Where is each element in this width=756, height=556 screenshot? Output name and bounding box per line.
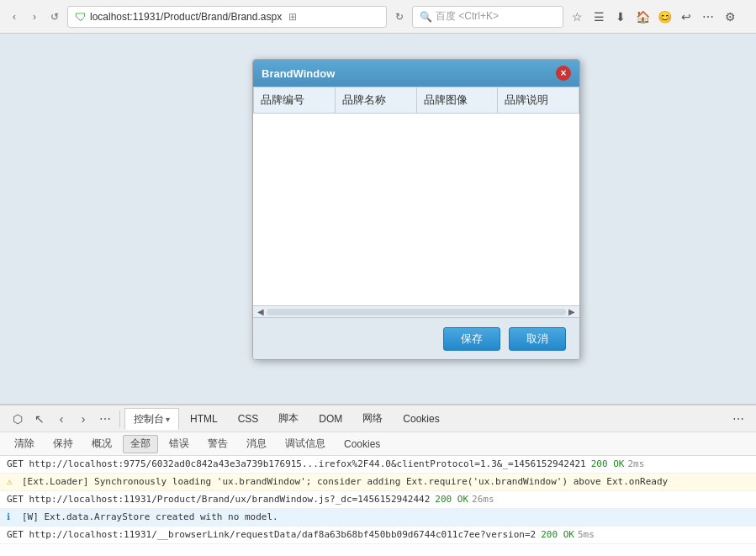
log-5-text: GET http://localhost:11931/__browserLink… [7, 528, 536, 542]
filter-cookies-button[interactable]: Cookies [336, 435, 388, 453]
modal-header: BrandWindow × [253, 60, 579, 87]
tab-css[interactable]: CSS [229, 408, 268, 430]
log-1-time: 2ms [628, 458, 645, 471]
bookmark-icon[interactable]: ☆ [568, 8, 585, 25]
modal-table-area[interactable]: 品牌编号 品牌名称 品牌图像 品牌说明 [253, 87, 579, 305]
scroll-left-button[interactable]: ◀ [255, 306, 267, 318]
devtools-toolbar: ⬡ ↖ ‹ › ⋯ 控制台 ▾ HTML CSS 脚本 DOM 网络 Cooki… [0, 405, 756, 432]
info-icon-1: ℹ [7, 511, 19, 524]
devtools-forward-button[interactable]: › [72, 408, 94, 430]
page-area: BrandWindow × 品牌编号 品牌名称 品牌图像 品牌说明 [0, 34, 756, 404]
cancel-button[interactable]: 取消 [509, 327, 566, 351]
tab-console[interactable]: 控制台 ▾ [124, 408, 179, 430]
filter-persist-button[interactable]: 保持 [45, 435, 81, 453]
nav-back-button[interactable]: ‹ [7, 9, 22, 24]
filter-messages-button[interactable]: 消息 [239, 435, 274, 453]
devtools-inspect-button[interactable]: ⬡ [7, 408, 29, 430]
log-1-text: GET http://localhost:9775/6032ad0c842a43… [7, 458, 586, 471]
search-icon: 🔍 [420, 11, 432, 23]
home-icon[interactable]: 🏠 [634, 8, 651, 25]
more-icon[interactable]: ⋯ [700, 8, 716, 25]
table-header-row: 品牌编号 品牌名称 品牌图像 品牌说明 [254, 87, 579, 114]
browser-toolbar: ‹ › ↺ 🛡 localhost:11931/Product/Brand/Br… [0, 0, 756, 34]
devtools-step-button[interactable]: ⋯ [94, 408, 116, 430]
log-3-status: 200 OK [435, 493, 468, 506]
settings-icon[interactable]: ⚙ [722, 8, 738, 25]
filter-clear-button[interactable]: 清除 [7, 435, 42, 453]
col-brand-number: 品牌编号 [254, 87, 336, 114]
url-bar[interactable]: 🛡 localhost:11931/Product/Brand/Brand.as… [67, 6, 387, 28]
devtools-filter-bar: 清除 保持 概况 全部 错误 警告 消息 调试信息 Cookies [0, 432, 756, 456]
tab-network-label: 网络 [362, 411, 383, 426]
devtools-console-content: GET http://localhost:9775/6032ad0c842a43… [0, 456, 756, 556]
filter-warnings-button[interactable]: 警告 [200, 435, 235, 453]
modal-title: BrandWindow [262, 67, 335, 80]
filter-all-button[interactable]: 全部 [123, 435, 158, 453]
log-line-3: GET http://localhost:11931/Product/Brand… [0, 491, 756, 509]
log-1-status: 200 OK [591, 458, 625, 471]
log-line-4: ℹ [W] Ext.data.ArrayStore created with n… [0, 509, 756, 527]
log-3-time: 26ms [472, 493, 494, 506]
log-3-text: GET http://localhost:11931/Product/Brand… [7, 493, 430, 506]
back-icon[interactable]: ↩ [678, 8, 695, 25]
devtools-back-button[interactable]: ‹ [50, 408, 72, 430]
horizontal-scrollbar[interactable]: ◀ ▶ [253, 305, 579, 317]
grid-icon: ⊞ [288, 11, 297, 23]
user-icon[interactable]: 😊 [656, 8, 673, 25]
col-brand-desc: 品牌说明 [498, 87, 579, 114]
filter-errors-button[interactable]: 错误 [161, 435, 197, 453]
search-bar[interactable]: 🔍 百度 <Ctrl+K> [412, 6, 563, 28]
shield-icon: 🛡 [75, 10, 87, 24]
log-5-time: 5ms [578, 528, 595, 542]
devtools-pick-button[interactable]: ↖ [29, 408, 50, 430]
modal-close-button[interactable]: × [556, 66, 571, 81]
col-brand-image: 品牌图像 [416, 87, 498, 114]
tab-cookies-label: Cookies [403, 413, 439, 425]
nav-refresh-button[interactable]: ↺ [47, 9, 62, 24]
save-button[interactable]: 保存 [443, 327, 500, 351]
log-line-1: GET http://localhost:9775/6032ad0c842a43… [0, 456, 756, 474]
devtools-more-button[interactable]: ⋯ [727, 408, 749, 430]
tab-console-label: 控制台 [134, 412, 164, 426]
menu-icon[interactable]: ☰ [590, 8, 607, 25]
log-line-5: GET http://localhost:11931/__browserLink… [0, 527, 756, 544]
tab-dom[interactable]: DOM [309, 408, 352, 430]
brand-window-modal: BrandWindow × 品牌编号 品牌名称 品牌图像 品牌说明 [252, 59, 580, 360]
tab-html-label: HTML [190, 413, 218, 425]
log-5-status: 200 OK [541, 528, 574, 542]
tab-html[interactable]: HTML [181, 408, 227, 430]
tab-console-arrow: ▾ [166, 415, 170, 424]
modal-overlay: BrandWindow × 品牌编号 品牌名称 品牌图像 品牌说明 [0, 34, 756, 404]
tab-script-label: 脚本 [278, 411, 299, 426]
tab-cookies[interactable]: Cookies [394, 408, 448, 430]
search-placeholder: 百度 <Ctrl+K> [436, 9, 499, 24]
filter-debug-button[interactable]: 调试信息 [278, 435, 333, 453]
tab-network[interactable]: 网络 [353, 408, 392, 430]
warning-icon-1: ⚠ [7, 475, 19, 489]
filter-overview-button[interactable]: 概况 [84, 435, 119, 453]
scrollbar-track[interactable] [267, 309, 566, 315]
col-brand-name: 品牌名称 [335, 87, 416, 114]
modal-body: 品牌编号 品牌名称 品牌图像 品牌说明 ◀ ▶ [253, 87, 579, 317]
reload-button[interactable]: ↻ [392, 9, 407, 24]
download-icon[interactable]: ⬇ [612, 8, 629, 25]
tab-dom-label: DOM [319, 413, 342, 425]
toolbar-separator [119, 410, 120, 427]
brand-table: 品牌编号 品牌名称 品牌图像 品牌说明 [253, 87, 579, 114]
devtools-panel: ⬡ ↖ ‹ › ⋯ 控制台 ▾ HTML CSS 脚本 DOM 网络 Cooki… [0, 404, 756, 556]
modal-footer: 保存 取消 [253, 317, 579, 359]
scroll-right-button[interactable]: ▶ [566, 306, 578, 318]
browser-action-icons: ☆ ☰ ⬇ 🏠 😊 ↩ ⋯ ⚙ [568, 8, 738, 25]
log-4-text: [W] Ext.data.ArrayStore created with no … [22, 511, 278, 524]
tab-script[interactable]: 脚本 [269, 408, 308, 430]
tab-css-label: CSS [238, 413, 259, 425]
url-text: localhost:11931/Product/Brand/Brand.aspx [90, 11, 282, 23]
nav-forward-button[interactable]: › [27, 9, 42, 24]
log-line-2: ⚠ [Ext.Loader] Synchronously loading 'ux… [0, 474, 756, 491]
log-2-text: [Ext.Loader] Synchronously loading 'ux.b… [22, 475, 668, 489]
